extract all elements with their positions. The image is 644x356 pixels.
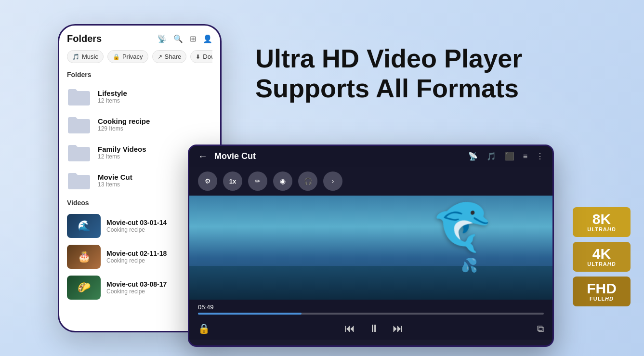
tab-privacy[interactable]: 🔒 Privacy <box>107 50 148 63</box>
badge-4k: 4K ULTRAHD <box>573 242 631 272</box>
time-label: 05:49 <box>198 303 544 311</box>
splash-effect: 💦 <box>461 257 478 273</box>
speed-button[interactable]: 1x <box>223 171 242 191</box>
video-thumb-2: 🎂 <box>67 245 101 269</box>
folder-icon-moviecut <box>67 170 91 190</box>
progress-fill <box>198 313 302 315</box>
video-thumb-1: 🌊 <box>67 214 101 238</box>
tablet-mockup: ← Movie Cut 📡 🎵 ⬛ ≡ ⋮ ⚙ 1x ✏ ◉ 🎧 › 🐬 💦 0… <box>188 145 554 347</box>
record-button[interactable]: ◉ <box>273 171 292 191</box>
transport-right: ⧉ <box>537 323 544 334</box>
tab-share-label: Share <box>165 53 182 60</box>
tab-music[interactable]: 🎵 Music <box>67 50 104 63</box>
phone-header: Folders 📡 🔍 ⊞ 👤 <box>67 33 212 44</box>
folder-name-lifestyle: Lifestyle <box>98 89 127 97</box>
tab-music-label: Music <box>82 53 98 60</box>
folder-sub-family: 12 Items <box>98 153 146 160</box>
folder-item-cooking[interactable]: Cooking recipe 129 Items <box>67 110 212 138</box>
folder-sub-cooking: 129 Items <box>98 125 150 132</box>
video-sub-3: Cooking recipe <box>106 288 167 295</box>
music-icon-tablet[interactable]: 🎵 <box>486 152 496 161</box>
badge-8k-label: ULTRAHD <box>587 226 616 232</box>
tabs-row: 🎵 Music 🔒 Privacy ↗ Share ⬇ Download <box>67 50 212 63</box>
badge-4k-label: ULTRAHD <box>587 261 616 267</box>
transport-center: ⏮ ⏸ ⏭ <box>344 322 403 335</box>
profile-icon[interactable]: 👤 <box>203 34 212 43</box>
video-name-1: Movie-cut 03-01-14 <box>106 219 167 226</box>
folder-name-family: Family Videos <box>98 145 146 153</box>
share-chip-icon: ↗ <box>158 53 162 60</box>
cast-icon-tablet[interactable]: 📡 <box>468 152 478 161</box>
headline-block: Ultra HD Video Player Supports All Forma… <box>255 43 568 103</box>
video-info-3: Movie-cut 03-08-17 Cooking recipe <box>106 280 167 295</box>
search-icon[interactable]: 🔍 <box>173 34 183 43</box>
folder-info-moviecut: Movie Cut 13 Items <box>98 173 132 188</box>
more-icon-tablet[interactable]: ⋮ <box>536 152 544 161</box>
progress-bar-background[interactable] <box>198 313 544 315</box>
skip-back-button[interactable]: ⏮ <box>344 322 355 335</box>
resolution-badges: 8K ULTRAHD 4K ULTRAHD FHD FULLHD <box>573 207 631 306</box>
grid-icon[interactable]: ⊞ <box>190 34 196 43</box>
playlist-icon-tablet[interactable]: ≡ <box>523 152 527 161</box>
tablet-header-left: ← Movie Cut <box>198 151 256 162</box>
tab-share[interactable]: ↗ Share <box>152 50 187 63</box>
badge-8k-num: 8K <box>592 212 611 226</box>
back-button[interactable]: ← <box>198 151 208 162</box>
folder-sub-moviecut: 13 Items <box>98 181 132 188</box>
badge-fhd-num: FHD <box>587 281 617 296</box>
tablet-header: ← Movie Cut 📡 🎵 ⬛ ≡ ⋮ <box>189 146 552 167</box>
video-name-3: Movie-cut 03-08-17 <box>106 280 167 288</box>
folder-info-cooking: Cooking recipe 129 Items <box>98 117 150 132</box>
folder-icon-family <box>67 142 91 162</box>
music-chip-icon: 🎵 <box>72 53 79 60</box>
water-layer <box>189 266 552 300</box>
more-controls-button[interactable]: › <box>323 171 342 191</box>
video-controls-top: ⚙ 1x ✏ ◉ 🎧 › <box>189 167 552 196</box>
video-info-1: Movie-cut 03-01-14 Cooking recipe <box>106 219 167 233</box>
download-chip-icon: ⬇ <box>196 53 200 60</box>
progress-area: 05:49 <box>189 300 552 317</box>
folder-icon-lifestyle <box>67 86 91 106</box>
equalizer-button[interactable]: ⚙ <box>198 171 217 191</box>
folders-section-label: Folders <box>67 71 212 79</box>
video-name-2: Movie-cut 02-11-18 <box>106 250 167 257</box>
edit-button[interactable]: ✏ <box>248 171 267 191</box>
tab-privacy-label: Privacy <box>122 53 143 60</box>
badge-8k: 8K ULTRAHD <box>573 207 631 237</box>
subtitle-icon-tablet[interactable]: ⬛ <box>505 152 514 161</box>
video-frame: 🐬 💦 <box>189 196 552 300</box>
dolphin-illustration: 🐬 <box>428 196 501 264</box>
transport-controls: 🔒 ⏮ ⏸ ⏭ ⧉ <box>189 317 552 340</box>
tab-download-label: Download <box>203 53 212 60</box>
phone-title: Folders <box>67 33 102 44</box>
video-thumb-3: 🌮 <box>67 276 101 300</box>
video-info-2: Movie-cut 02-11-18 Cooking recipe <box>106 250 167 264</box>
tab-download[interactable]: ⬇ Download <box>190 50 212 63</box>
audio-button[interactable]: 🎧 <box>298 171 317 191</box>
skip-forward-button[interactable]: ⏭ <box>393 322 403 335</box>
lock-chip-icon: 🔒 <box>113 53 120 60</box>
folder-info-family: Family Videos 12 Items <box>98 145 146 160</box>
folder-icon-cooking <box>67 114 91 134</box>
transport-left: 🔒 <box>198 323 210 334</box>
badge-4k-num: 4K <box>592 247 611 261</box>
badge-fhd: FHD FULLHD <box>573 277 631 306</box>
lock-icon[interactable]: 🔒 <box>198 323 210 334</box>
phone-header-icons: 📡 🔍 ⊞ 👤 <box>157 34 212 43</box>
folder-name-cooking: Cooking recipe <box>98 117 150 125</box>
video-sub-1: Cooking recipe <box>106 226 167 233</box>
tablet-video-title: Movie Cut <box>214 151 256 161</box>
badge-fhd-label: FULLHD <box>590 296 614 302</box>
video-sub-2: Cooking recipe <box>106 257 167 264</box>
folder-info-lifestyle: Lifestyle 12 Items <box>98 89 127 104</box>
tablet-header-right: 📡 🎵 ⬛ ≡ ⋮ <box>468 152 544 161</box>
pip-button[interactable]: ⧉ <box>537 323 544 334</box>
folder-name-moviecut: Movie Cut <box>98 173 132 181</box>
cast-icon[interactable]: 📡 <box>157 34 167 43</box>
folder-sub-lifestyle: 12 Items <box>98 97 127 104</box>
folder-item-lifestyle[interactable]: Lifestyle 12 Items <box>67 82 212 110</box>
headline-text: Ultra HD Video Player Supports All Forma… <box>255 43 568 103</box>
pause-button[interactable]: ⏸ <box>368 322 379 335</box>
